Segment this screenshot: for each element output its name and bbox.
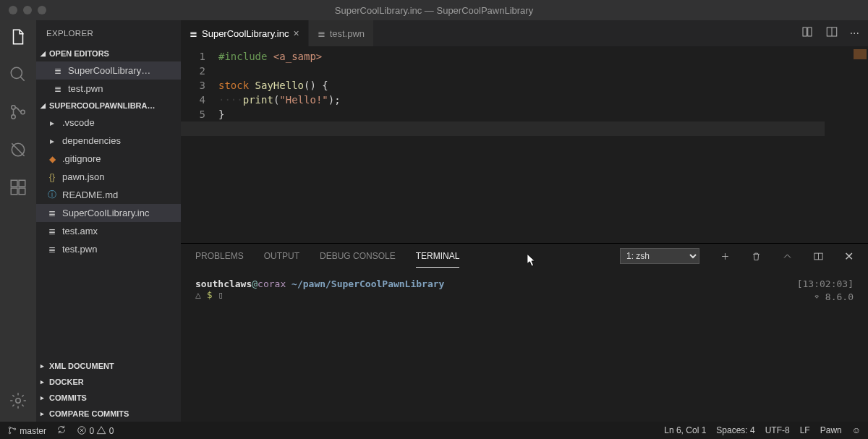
source-control-icon[interactable] [9,103,27,124]
code-line[interactable]: stock SayHello() { [218,78,868,93]
section-xml-document[interactable]: ▸XML DOCUMENT [36,358,181,374]
terminal-user: southclaws [195,278,252,289]
debug-icon[interactable] [9,140,27,162]
file-icon: ≣ [190,28,197,39]
open-editor-label: SuperCoolLibrary… [68,65,150,76]
svg-rect-7 [11,180,17,187]
tab-label: test.pwn [330,28,365,39]
svg-point-4 [21,110,25,114]
split-editor-icon[interactable] [825,25,838,41]
code-line[interactable]: ····print("Hello!"); [218,93,868,107]
cursor-position[interactable]: Ln 6, Col 1 [664,425,706,435]
file-icon: ⓘ [46,189,58,201]
split-panel-icon[interactable] [813,251,824,262]
file-label: dependencies [62,135,121,146]
code-line[interactable]: #include <a_samp> [218,49,868,64]
branch-indicator[interactable]: master [7,425,46,436]
editor-tabs: ≣ SuperCoolLibrary.inc × ≣ test.pwn ··· [181,20,868,46]
svg-point-0 [11,67,22,78]
file-icon: ≣ [52,66,64,76]
open-changes-icon[interactable] [801,25,814,41]
problems-indicator[interactable]: 0 0 [77,425,114,436]
open-editor-label: test.pwn [68,83,103,94]
file-icon: ≣ [46,244,58,255]
svg-point-11 [16,398,21,404]
tab-output[interactable]: OUTPUT [264,245,299,267]
files-icon[interactable] [9,27,27,49]
terminal[interactable]: southclaws@corax ~/pawn/SuperCoolPawnLib… [181,268,868,422]
svg-point-3 [12,115,15,119]
search-icon[interactable] [9,65,27,87]
folder-item[interactable]: ▸dependencies [36,132,181,150]
file-label: test.amx [62,226,98,236]
tab-label: SuperCoolLibrary.inc [202,28,289,39]
file-item[interactable]: {}pawn.json [36,168,181,186]
tab-supercoollibrary[interactable]: ≣ SuperCoolLibrary.inc × [181,20,309,46]
file-item[interactable]: ≣test.amx [36,222,181,240]
folder-item[interactable]: ▸.vscode [36,114,181,132]
more-icon[interactable]: ··· [850,27,859,40]
code-line[interactable]: } [218,107,868,122]
svg-line-1 [20,77,24,80]
workspace-header[interactable]: ◢SUPERCOOLPAWNLIBRA… [36,98,181,114]
indentation[interactable]: Spaces: 4 [716,425,754,435]
tab-problems[interactable]: PROBLEMS [195,245,244,267]
extensions-icon[interactable] [9,178,27,200]
current-line-highlight [181,122,868,136]
file-item[interactable]: ≣test.pwn [36,240,181,258]
editor-area: ≣ SuperCoolLibrary.inc × ≣ test.pwn ··· … [181,20,868,422]
window-title: SuperCoolLibrary.inc — SuperCoolPawnLibr… [335,5,533,16]
svg-rect-9 [11,188,17,195]
svg-point-21 [9,432,10,433]
file-label: pawn.json [62,171,105,182]
section-compare-commits[interactable]: ▸COMPARE COMMITS [36,406,181,422]
close-window-dot[interactable] [9,6,17,14]
terminal-shell-select[interactable]: 1: zsh [620,248,699,264]
open-editor-item[interactable]: ≣ SuperCoolLibrary… [36,61,181,80]
svg-rect-13 [807,27,811,36]
code-editor[interactable]: 123456 #include <a_samp>stock SayHello()… [181,46,868,243]
encoding[interactable]: UTF-8 [765,425,790,435]
svg-rect-12 [803,27,807,36]
minimap[interactable] [825,46,868,242]
sync-icon[interactable] [56,425,67,437]
section-docker[interactable]: ▸DOCKER [36,374,181,390]
terminal-time: [13:02:03] [797,278,854,289]
tab-terminal[interactable]: TERMINAL [416,245,460,268]
file-icon: {} [46,172,58,182]
file-icon: ≣ [52,84,64,94]
line-gutter: 123456 [181,46,218,243]
chevron-right-icon: ▸ [46,118,58,128]
minimize-window-dot[interactable] [23,6,32,14]
language-mode[interactable]: Pawn [820,425,842,435]
tab-testpwn[interactable]: ≣ test.pwn [309,20,374,46]
file-item[interactable]: ◆.gitignore [36,150,181,168]
window-controls [0,6,46,14]
kill-terminal-icon[interactable] [751,251,762,262]
new-terminal-icon[interactable] [720,251,731,262]
file-item[interactable]: ⓘREADME.md [36,186,181,204]
file-label: test.pwn [62,244,97,255]
svg-rect-10 [19,188,25,195]
gear-icon[interactable] [9,391,27,413]
file-label: SuperCoolLibrary.inc [62,208,149,218]
feedback-icon[interactable]: ☺ [852,425,861,435]
file-icon: ≣ [46,226,58,236]
svg-point-22 [14,428,15,430]
status-bar: master 0 0 Ln 6, Col 1 Spaces: 4 UTF-8 L… [0,422,868,439]
close-icon[interactable]: × [293,27,299,39]
svg-rect-8 [19,180,25,187]
activity-bar [0,20,36,422]
open-editors-header[interactable]: ◢OPEN EDITORS [36,46,181,61]
section-commits[interactable]: ▸COMMITS [36,390,181,406]
eol[interactable]: LF [800,425,810,435]
code-line[interactable] [218,64,868,78]
open-editor-item[interactable]: ≣ test.pwn [36,80,181,98]
zoom-window-dot[interactable] [38,6,46,14]
sidebar: EXPLORER ◢OPEN EDITORS ≣ SuperCoolLibrar… [36,20,181,422]
terminal-version: ⌔ 8.6.0 [814,291,854,302]
close-panel-icon[interactable]: ✕ [844,250,854,263]
file-item[interactable]: ≣SuperCoolLibrary.inc [36,204,181,222]
tab-debug-console[interactable]: DEBUG CONSOLE [320,245,396,267]
maximize-panel-icon[interactable] [782,251,793,262]
